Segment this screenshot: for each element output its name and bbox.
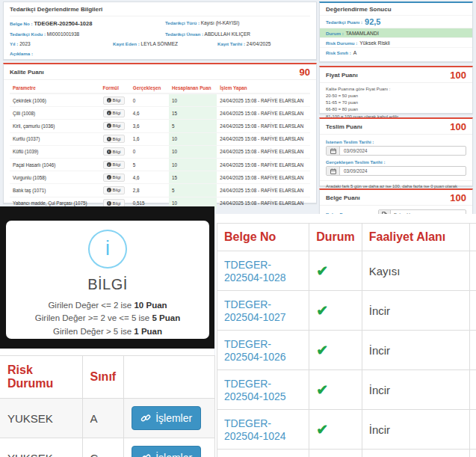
info-icon: i: [107, 111, 111, 115]
gerceklesen-teslim-label: Gerçekleşen Teslim Tarihi :: [326, 159, 466, 165]
table-row: Kurtlu (1037) iBilgi 1,6 10 24/04/2025 1…: [10, 132, 310, 145]
col-faaliyet-alani: Faaliyet Alanı: [362, 224, 469, 251]
faaliyet-cell: İncir: [362, 370, 469, 410]
belge-no-link[interactable]: TDEGER-202504-1028: [224, 259, 286, 283]
modal-formula-text: Girilen Değer <= 2 ise 10 Puan Girilen D…: [35, 299, 180, 339]
belge-no-link[interactable]: TDEGER-202504-1027: [224, 298, 286, 323]
parametre-cell: Batık taş (1071): [10, 184, 100, 197]
faaliyet-cell: İncir: [362, 331, 469, 370]
fiyat-note-line: Kalite Puanına göre Fiyat Puanı :: [326, 86, 466, 93]
istenen-teslim-label: İstenen Teslim Tarihi :: [326, 139, 466, 144]
gerceklesen-cell: 0: [130, 145, 169, 158]
faaliyet-cell: Kayısı: [362, 251, 469, 291]
puan-cell: 10: [169, 158, 217, 171]
parametre-cell: Vurgunlu (1058): [10, 171, 100, 184]
panel-title: Teslim Puanı: [326, 123, 362, 130]
link-icon: [140, 413, 151, 423]
info-icon: i: [107, 137, 111, 141]
kayit-tarihi-value: 24/04/2025: [247, 41, 271, 46]
panel-title: Fiyat Puanı: [326, 72, 358, 79]
durum-value: TAMAMLANDI: [346, 31, 379, 36]
belge-no-link[interactable]: TDEGER-202504-1026: [224, 338, 286, 363]
info-icon: i: [107, 175, 111, 180]
tedarikci-unvan-label: Tedarikçi Ünvan :: [165, 31, 203, 37]
faaliyet-cell: İncir: [362, 450, 469, 457]
istenen-teslim-value: 03/09/2024: [340, 147, 466, 155]
kayit-eden-value: LEYLA SÖNMEZ: [141, 41, 179, 46]
belge-no-link[interactable]: TDEGER-202504-1024: [224, 417, 286, 442]
panel-title: Değerlendirme Sonucu: [326, 6, 392, 13]
col-islem-yapan: İşlem Yapan: [217, 83, 310, 93]
tedarikci-turu-label: Tedarikçi Türü :: [165, 20, 200, 25]
gerceklesen-cell: 0: [130, 93, 169, 107]
risk-table-section: Risk Durumu Sınıf YUKSEK A İşlemler YUKS…: [0, 349, 214, 457]
bilgi-button[interactable]: iBilgi: [103, 109, 125, 117]
bilgi-button[interactable]: iBilgi: [103, 147, 125, 156]
price-score-value: 100: [450, 70, 466, 80]
tedarikci-puani-label: Tedarikçi Puanı :: [326, 19, 362, 25]
sinif-cell: C: [82, 438, 124, 457]
fiyat-note-line: 51-65 = 70 puan: [326, 99, 466, 106]
table-row: TDEGER-202504-1028 ✔ Kayısı: [217, 251, 476, 291]
parametre-cell: Çilli (1008): [10, 107, 100, 120]
check-icon: ✔: [316, 382, 328, 398]
bilgi-button[interactable]: iBilgi: [103, 96, 125, 105]
puan-cell: 15: [169, 107, 217, 120]
risk-durumu-value: Yüksek Riskli: [359, 40, 389, 46]
document-list-section: Belge No Durum Faaliyet Alanı TDEGER-202…: [215, 214, 476, 457]
puan-cell: 15: [169, 171, 217, 184]
puan-cell: 10: [169, 145, 217, 158]
islemler-button[interactable]: İşlemler: [132, 446, 201, 457]
gerceklesen-cell: 1,6: [130, 132, 169, 145]
price-score-panel: Fiyat Puanı 100 Kalite Puanına göre Fiya…: [319, 66, 473, 114]
col-risk-durumu: Risk Durumu: [0, 356, 82, 399]
supplier-info-panel: Tedarikçi Değerlendirme Bilgileri Belge …: [3, 1, 317, 60]
info-icon: i: [107, 201, 111, 206]
islem-yapan-cell: 24/04/2025 15:08 - RAFİYE ELARSLAN: [217, 171, 310, 184]
document-table: Belge No Durum Faaliyet Alanı TDEGER-202…: [217, 223, 476, 457]
islem-yapan-cell: 24/04/2025 15:08 - RAFİYE ELARSLAN: [217, 107, 310, 120]
info-icon: i: [107, 162, 111, 167]
belge-no-label: Belge No :: [10, 21, 33, 26]
info-icon: i: [107, 188, 111, 192]
parametre-cell: Çekirdek (1006): [10, 93, 100, 107]
table-row: YUKSEK A İşlemler: [0, 399, 215, 438]
col-parametre: Parametre: [10, 83, 100, 93]
aciklama-label: Açıklama :: [10, 51, 33, 56]
modal-overlay: i BİLGİ Girilen Değer <= 2 ise 10 Puan G…: [0, 206, 214, 349]
islemler-button[interactable]: İşlemler: [132, 406, 201, 430]
quality-score-panel: Kalite Puanı 90 Parametre Formül Gerçekl…: [3, 63, 317, 203]
bilgi-button[interactable]: iBilgi: [103, 135, 125, 143]
belge-no-link[interactable]: TDEGER-202504-1025: [224, 378, 286, 402]
faaliyet-cell: İncir: [362, 291, 469, 331]
islem-yapan-cell: 24/04/2025 15:08 - RAFİYE ELARSLAN: [217, 184, 310, 197]
tedarikci-unvan-value: ABDULLAH KILIÇER: [205, 31, 250, 37]
calendar-icon: [327, 167, 340, 175]
evaluation-result-panel: Değerlendirme Sonucu Tedarikçi Puanı :92…: [319, 1, 473, 62]
yil-value: 2023: [19, 41, 30, 46]
puan-cell: 5: [169, 184, 217, 197]
kayit-tarihi-label: Kayıt Tarihi :: [217, 41, 245, 46]
risk-sinifi-value: A: [353, 50, 357, 55]
calendar-icon: [327, 147, 340, 155]
col-hesaplanan: Hesaplanan Puan: [169, 83, 217, 93]
panel-title: Belge Puanı: [326, 194, 360, 201]
delivery-score-value: 100: [450, 122, 466, 132]
parametre-cell: Paçal Hasarlı (1046): [10, 158, 100, 171]
bilgi-button[interactable]: iBilgi: [103, 174, 125, 182]
table-row: Batık taş (1071) iBilgi 2,8 5 24/04/2025…: [10, 184, 310, 197]
quality-parameters-table: Parametre Formül Gerçekleşen Hesaplanan …: [10, 83, 310, 209]
table-row: YUKSEK C İşlemler: [0, 438, 215, 457]
gerceklesen-teslim-date-input[interactable]: 03/09/2024: [326, 166, 466, 176]
bilgi-button[interactable]: iBilgi: [103, 186, 125, 194]
istenen-teslim-date-input[interactable]: 03/09/2024: [326, 146, 466, 156]
document-score-value: 100: [450, 193, 466, 203]
bilgi-button[interactable]: iBilgi: [103, 122, 125, 130]
col-actions: [124, 356, 215, 399]
kayit-eden-label: Kayıt Eden :: [113, 41, 140, 46]
puan-cell: 10: [169, 132, 217, 145]
link-icon: [140, 453, 151, 457]
bilgi-button[interactable]: iBilgi: [103, 161, 125, 169]
parametre-cell: Kurtlu (1037): [10, 132, 100, 145]
table-row: Vurgunlu (1058) iBilgi 4,6 15 24/04/2025…: [10, 171, 310, 184]
